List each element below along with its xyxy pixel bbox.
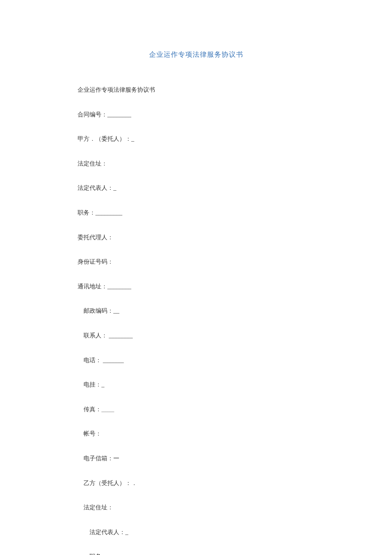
- account-a: 帐号：: [78, 430, 392, 438]
- phone-a: 电话： _______: [78, 356, 392, 365]
- position-b: 职务： _________: [78, 552, 392, 555]
- id-number-a: 身份证号码：: [78, 258, 392, 266]
- fax-a: 传真：______: [78, 405, 392, 414]
- telegraph-a: 电挂：_: [78, 381, 392, 389]
- mailing-address-a: 通讯地址：________: [78, 282, 392, 291]
- contact-person-a: 联系人： ________: [78, 331, 392, 340]
- party-a: 甲方．（委托人）：_: [78, 135, 392, 143]
- email-a: 电子信箱：一: [78, 454, 392, 463]
- doc-subtitle: 企业运作专项法律服务协议书: [78, 86, 392, 94]
- page-title: 企业运作专项法律服务协议书: [0, 0, 392, 59]
- agent-a: 委托代理人：: [78, 233, 392, 242]
- position-a: 职务：_________: [78, 209, 392, 217]
- legal-rep-a: 法定代表人：_: [78, 184, 392, 192]
- legal-address-a: 法定住址：: [78, 160, 392, 168]
- legal-address-b: 法定住址：: [78, 503, 392, 512]
- legal-rep-b: 法定代表人：_: [78, 528, 392, 537]
- party-b: 乙方（受托人）：．: [78, 479, 392, 488]
- document-content: 企业运作专项法律服务协议书 合同编号：________ 甲方．（委托人）：_ 法…: [0, 59, 392, 555]
- contract-number: 合同编号：________: [78, 110, 392, 119]
- postal-code-a: 邮政编码：__: [78, 307, 392, 315]
